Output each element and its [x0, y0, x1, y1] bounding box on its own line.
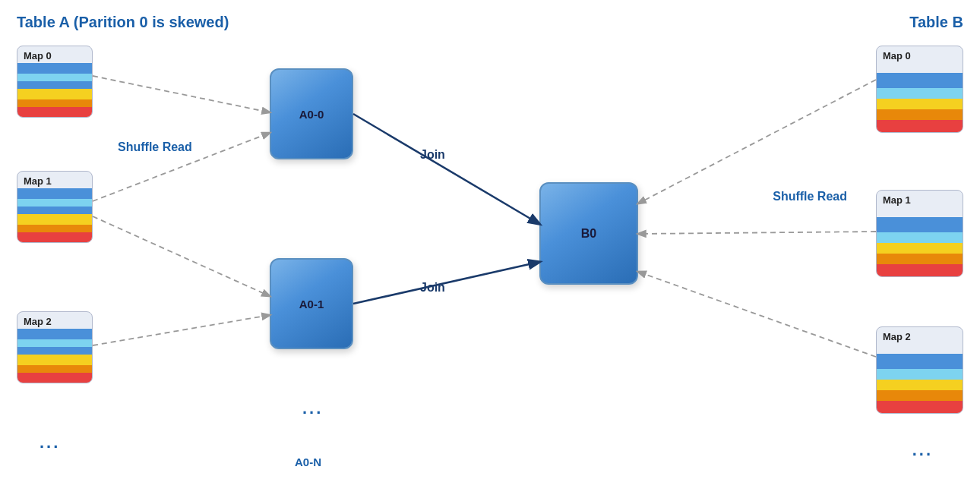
- left-dots: ...: [40, 433, 60, 452]
- join-bottom-label: Join: [420, 281, 445, 295]
- map-right-0-label: Map 0: [883, 50, 911, 61]
- svg-line-4: [353, 114, 539, 224]
- svg-line-2: [93, 315, 270, 345]
- map-left-1-stripes: [17, 188, 92, 242]
- map-right-1: Map 1: [876, 190, 963, 277]
- shuffle-read-left-label: Shuffle Read: [118, 140, 192, 154]
- svg-line-0: [93, 76, 270, 112]
- right-dots: ...: [912, 440, 933, 460]
- map-left-0-stripes: [17, 63, 92, 117]
- map-right-2-label: Map 2: [883, 331, 911, 342]
- reduce-box-a01: A0-1: [270, 258, 353, 349]
- ao-n-label: A0-N: [295, 456, 321, 468]
- map-left-2: Map 2: [17, 311, 93, 383]
- map-right-2-stripes: [877, 354, 963, 413]
- svg-line-5: [353, 262, 539, 304]
- join-top-label: Join: [420, 148, 445, 162]
- reduce-box-b0-label: B0: [581, 227, 596, 241]
- reduce-box-a01-label: A0-1: [299, 298, 324, 311]
- title-right: Table B: [909, 14, 963, 31]
- reduce-box-b0: B0: [539, 182, 638, 285]
- arrows-svg: [0, 0, 980, 495]
- map-right-2: Map 2: [876, 326, 963, 414]
- reduce-box-a00: A0-0: [270, 68, 353, 159]
- a0-dots: ...: [302, 399, 323, 418]
- reduce-box-a00-label: A0-0: [299, 108, 324, 121]
- map-left-0-label: Map 0: [24, 50, 52, 61]
- map-right-0-stripes: [877, 73, 963, 132]
- map-left-1: Map 1: [17, 171, 93, 243]
- map-left-2-stripes: [17, 329, 92, 383]
- svg-line-6: [638, 80, 876, 203]
- svg-line-3: [93, 216, 270, 296]
- map-right-1-label: Map 1: [883, 194, 911, 206]
- map-left-1-label: Map 1: [24, 175, 52, 187]
- svg-line-7: [638, 232, 876, 234]
- map-right-0: Map 0: [876, 46, 963, 133]
- map-left-2-label: Map 2: [24, 316, 52, 327]
- map-left-0: Map 0: [17, 46, 93, 118]
- shuffle-read-right-label: Shuffle Read: [773, 190, 847, 203]
- svg-line-8: [638, 272, 876, 357]
- map-right-1-stripes: [877, 217, 963, 276]
- title-left: Table A (Parition 0 is skewed): [17, 14, 229, 31]
